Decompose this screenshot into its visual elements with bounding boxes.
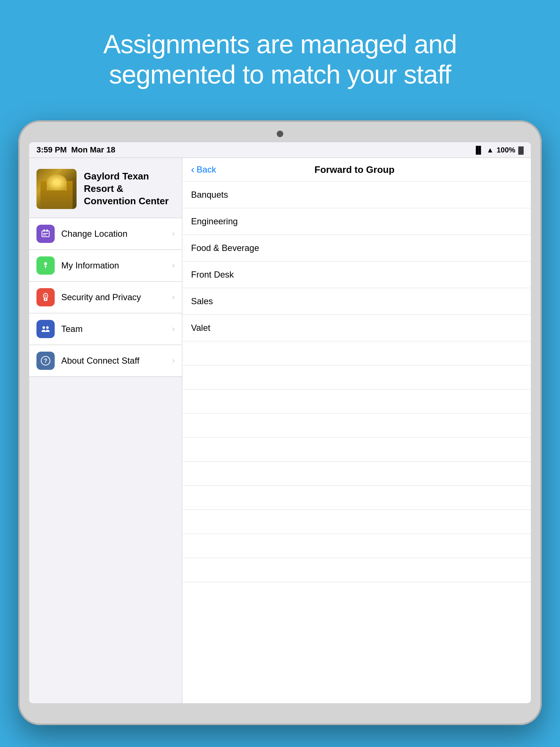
sidebar-item-about[interactable]: ? About Connect Staff › [29, 345, 182, 377]
headline-text: Assignments are managed and segmented to… [0, 0, 560, 112]
about-label: About Connect Staff [61, 356, 172, 366]
sidebar-item-change-location[interactable]: Change Location › [29, 218, 182, 250]
empty-row-2 [182, 365, 531, 390]
groups-list: Banquets Engineering Food & Beverage Fro… [182, 182, 531, 703]
tablet-frame: 3:59 PM Mon Mar 18 ▐▌ ▲ 100% ▓ Gaylord T… [18, 120, 542, 725]
about-icon: ? [36, 352, 55, 370]
team-label: Team [61, 324, 172, 334]
empty-row-3 [182, 390, 531, 414]
empty-row-8 [182, 510, 531, 534]
security-privacy-icon [36, 288, 55, 306]
security-privacy-chevron: › [172, 293, 175, 302]
screen-content: Gaylord Texan Resort & Convention Center [29, 158, 531, 703]
right-panel: ‹ Back Forward to Group Banquets Enginee… [182, 158, 531, 703]
hotel-header: Gaylord Texan Resort & Convention Center [29, 158, 182, 218]
empty-row-7 [182, 486, 531, 510]
group-item-front-desk[interactable]: Front Desk [182, 262, 531, 288]
svg-point-13 [46, 326, 49, 329]
group-item-valet[interactable]: Valet [182, 315, 531, 341]
svg-rect-3 [43, 233, 48, 234]
svg-rect-7 [44, 266, 47, 267]
battery-icon: ▓ [518, 146, 524, 154]
my-information-icon [36, 256, 55, 275]
wifi-icon: ▲ [486, 146, 494, 154]
headline-line2: segmented to match your staff [109, 60, 451, 89]
group-item-food-beverage[interactable]: Food & Beverage [182, 235, 531, 262]
sidebar: Gaylord Texan Resort & Convention Center [29, 158, 182, 703]
team-chevron: › [172, 324, 175, 334]
svg-text:?: ? [44, 358, 47, 364]
status-bar-right: ▐▌ ▲ 100% ▓ [473, 146, 524, 154]
hotel-image [36, 169, 77, 209]
camera-dot [277, 131, 283, 137]
svg-rect-2 [46, 229, 48, 232]
status-bar: 3:59 PM Mon Mar 18 ▐▌ ▲ 100% ▓ [29, 142, 531, 158]
security-privacy-label: Security and Privacy [61, 292, 172, 302]
svg-rect-1 [43, 229, 45, 232]
battery-text: 100% [497, 146, 515, 154]
status-date: Mon Mar 18 [71, 145, 115, 155]
menu-list: Change Location › My Information [29, 218, 182, 703]
sidebar-item-security-privacy[interactable]: Security and Privacy › [29, 282, 182, 313]
empty-row-9 [182, 534, 531, 558]
change-location-label: Change Location [61, 229, 172, 239]
empty-row-1 [182, 341, 531, 365]
back-chevron-icon: ‹ [191, 164, 194, 175]
group-item-banquets[interactable]: Banquets [182, 182, 531, 208]
empty-row-4 [182, 414, 531, 438]
nav-bar: ‹ Back Forward to Group [182, 158, 531, 182]
back-button[interactable]: ‹ Back [191, 164, 216, 175]
svg-point-5 [44, 262, 47, 265]
headline-line1: Assignments are managed and [103, 30, 457, 59]
change-location-chevron: › [172, 229, 175, 239]
status-time: 3:59 PM [36, 145, 67, 155]
empty-row-5 [182, 438, 531, 462]
status-bar-left: 3:59 PM Mon Mar 18 [36, 145, 115, 155]
signal-icon: ▐▌ [473, 146, 483, 154]
my-information-label: My Information [61, 260, 172, 271]
svg-point-12 [43, 326, 45, 329]
empty-row-10 [182, 558, 531, 582]
svg-rect-4 [43, 235, 46, 235]
back-label: Back [197, 165, 216, 175]
tablet-screen: 3:59 PM Mon Mar 18 ▐▌ ▲ 100% ▓ Gaylord T… [29, 142, 531, 703]
svg-point-11 [45, 298, 46, 300]
group-item-engineering[interactable]: Engineering [182, 208, 531, 235]
team-icon [36, 320, 55, 338]
empty-row-6 [182, 462, 531, 486]
sidebar-item-team[interactable]: Team › [29, 313, 182, 345]
svg-point-9 [44, 295, 47, 297]
about-chevron: › [172, 356, 175, 365]
my-information-chevron: › [172, 261, 175, 270]
change-location-icon [36, 225, 55, 243]
hotel-name: Gaylord Texan Resort & Convention Center [84, 170, 175, 207]
nav-title: Forward to Group [216, 164, 493, 175]
sidebar-item-my-information[interactable]: My Information › [29, 250, 182, 282]
group-item-sales[interactable]: Sales [182, 288, 531, 315]
